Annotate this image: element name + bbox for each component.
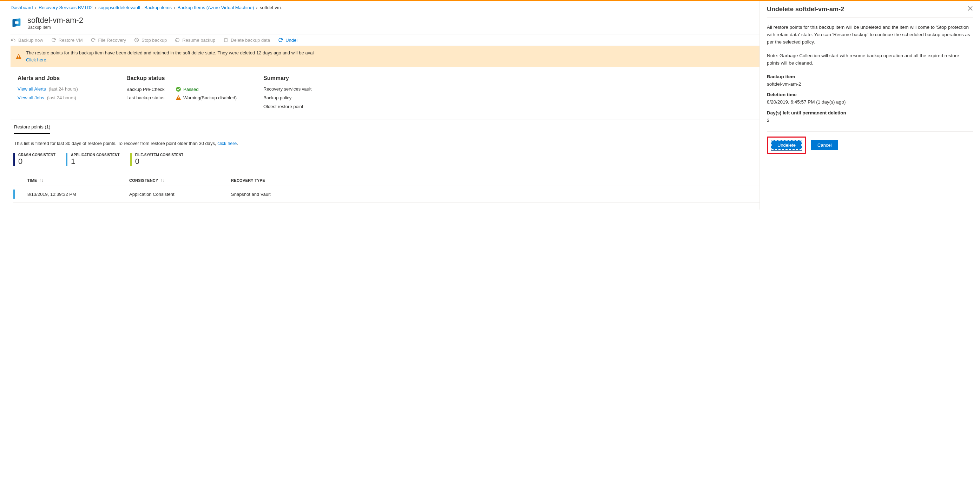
svg-rect-10: [178, 99, 179, 99]
view-all-jobs-link[interactable]: View all Jobs: [18, 95, 44, 100]
panel-title: Undelete softdel-vm-am-2: [767, 6, 844, 13]
toolbar-label: Restore VM: [59, 38, 83, 43]
file-recovery-button: File Recovery: [90, 37, 126, 43]
filter-note-prefix: This list is filtered for last 30 days o…: [14, 141, 217, 146]
precheck-label: Backup Pre-Check: [126, 87, 172, 92]
alerts-jobs-section: Alerts and Jobs View all Alerts (last 24…: [18, 75, 123, 113]
page-title: softdel-vm-am-2: [27, 16, 83, 25]
breadcrumb-vault-backup-items[interactable]: sogupsoftdeletevault - Backup items: [98, 5, 172, 10]
th-time: TIME: [27, 178, 37, 183]
last-status-value: Warning(Backup disabled): [183, 95, 237, 100]
stop-icon: [134, 37, 139, 43]
counter-bar: [66, 153, 67, 166]
filter-note-suffix: .: [237, 141, 238, 146]
highlight-box: Undelete: [767, 137, 806, 154]
stop-backup-button: Stop backup: [134, 37, 167, 43]
counter-crash: CRASH CONSISTENT 0: [13, 153, 56, 166]
tab-restore-points[interactable]: Restore points (1): [14, 124, 50, 134]
hours-note: (last 24 hours): [49, 86, 78, 92]
svg-rect-6: [18, 55, 19, 57]
cell-time: 8/13/2019, 12:39:32 PM: [27, 192, 129, 197]
svg-rect-7: [18, 57, 19, 58]
toolbar-label: Stop backup: [142, 38, 167, 43]
undo-icon: [51, 37, 57, 43]
toolbar-label: Backup now: [18, 38, 43, 43]
breadcrumb-dashboard[interactable]: Dashboard: [11, 5, 33, 10]
view-all-alerts-link[interactable]: View all Alerts: [18, 86, 46, 92]
counter-label: FILE-SYSTEM CONSISTENT: [135, 153, 184, 157]
status-passed: Passed: [175, 86, 198, 92]
alert-text-line1: The restore points for this backup item …: [26, 50, 313, 56]
counter-app: APPLICATION CONSISTENT 1: [66, 153, 120, 166]
hours-note: (last 24 hours): [47, 95, 76, 100]
close-icon[interactable]: [967, 6, 973, 11]
undelete-confirm-button[interactable]: Undelete: [771, 140, 802, 151]
counter-value: 0: [18, 157, 56, 166]
page-container: Dashboard › Recovery Services BVTD2 › so…: [0, 1, 980, 210]
counter-fs: FILE-SYSTEM CONSISTENT 0: [130, 153, 184, 166]
svg-point-8: [176, 87, 181, 92]
chevron-right-icon: ›: [95, 5, 96, 10]
section-title: Alerts and Jobs: [18, 75, 123, 81]
undelete-panel: Undelete softdel-vm-am-2 All restore poi…: [759, 1, 980, 210]
svg-rect-9: [178, 97, 179, 98]
backup-icon: [11, 37, 16, 43]
breadcrumb-recovery-services[interactable]: Recovery Services BVTD2: [39, 5, 93, 10]
toolbar-label: Undel: [285, 38, 298, 43]
counter-value: 1: [71, 157, 120, 166]
row-indicator: [13, 189, 15, 199]
last-status-label: Last backup status: [126, 95, 172, 100]
cell-consistency: Application Consistent: [129, 192, 231, 197]
th-recovery-type: RECOVERY TYPE: [231, 178, 265, 183]
resume-backup-button: Resume backup: [175, 37, 215, 43]
toolbar-label: Resume backup: [182, 38, 215, 43]
panel-footer: Undelete Cancel: [767, 131, 973, 159]
backup-now-button: Backup now: [11, 37, 43, 43]
backup-item-label: Backup item: [767, 73, 973, 81]
chevron-right-icon: ›: [35, 5, 37, 10]
toolbar-label: File Recovery: [98, 38, 126, 43]
sort-icon[interactable]: ↑↓: [161, 178, 165, 183]
sort-icon[interactable]: ↑↓: [39, 178, 43, 183]
toolbar-label: Delete backup data: [231, 38, 270, 43]
days-left-value: 2: [767, 117, 973, 124]
deletion-time-label: Deletion time: [767, 91, 973, 99]
backup-status-section: Backup status Backup Pre-Check Passed La…: [126, 75, 260, 113]
trash-icon: [223, 37, 229, 43]
warning-icon: [175, 95, 181, 100]
panel-paragraph-1: All restore points for this backup item …: [767, 24, 973, 46]
check-circle-icon: [175, 86, 181, 92]
counter-bar: [130, 153, 132, 166]
counter-value: 0: [135, 157, 184, 166]
backup-item-value: softdel-vm-am-2: [767, 81, 973, 88]
filter-click-here-link[interactable]: click here: [217, 141, 237, 146]
chevron-right-icon: ›: [174, 5, 175, 10]
resume-icon: [175, 37, 180, 43]
days-left-label: Day(s) left until permanent deletion: [767, 110, 973, 117]
undo-icon: [90, 37, 96, 43]
status-warning: Warning(Backup disabled): [175, 95, 237, 100]
counter-bar: [13, 153, 15, 166]
breadcrumb-backup-items-vm[interactable]: Backup Items (Azure Virtual Machine): [177, 5, 254, 10]
alert-click-here-link[interactable]: Click here.: [26, 57, 48, 62]
svg-rect-3: [224, 39, 227, 42]
panel-paragraph-2: Note: Garbage Collection will start with…: [767, 52, 973, 67]
deletion-time-value: 8/20/2019, 6:45:57 PM (1 day(s) ago): [767, 99, 973, 106]
precheck-value: Passed: [183, 87, 198, 92]
breadcrumb-current: softdel-vm-: [260, 5, 282, 10]
svg-line-2: [135, 39, 138, 41]
delete-backup-data-button: Delete backup data: [223, 37, 270, 43]
section-title: Backup status: [126, 75, 260, 81]
warning-icon: [16, 53, 22, 60]
undelete-button[interactable]: Undel: [278, 37, 298, 43]
counter-label: CRASH CONSISTENT: [18, 153, 56, 157]
undo-icon: [278, 37, 283, 43]
th-consistency: CONSISTENCY: [129, 178, 158, 183]
cancel-button[interactable]: Cancel: [811, 140, 838, 150]
vault-icon: [11, 17, 22, 29]
page-subtitle: Backup Item: [27, 25, 83, 30]
restore-vm-button: Restore VM: [51, 37, 83, 43]
counter-label: APPLICATION CONSISTENT: [71, 153, 120, 157]
chevron-right-icon: ›: [256, 5, 258, 10]
svg-rect-0: [15, 21, 19, 24]
